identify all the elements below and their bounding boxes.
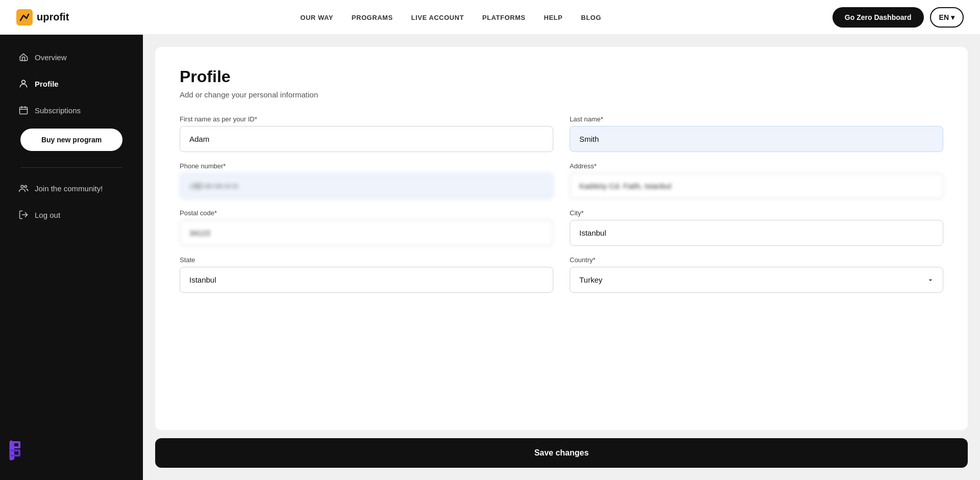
nav-programs[interactable]: PROGRAMS [352,14,393,21]
first-name-group: First name as per your ID* [180,115,553,152]
nav-live-account[interactable]: LIVE ACCOUNT [411,14,464,21]
save-changes-bar[interactable]: Save changes [155,438,968,468]
city-label: City* [570,209,943,217]
sidebar-item-subscriptions[interactable]: Subscriptions [10,98,133,122]
chevron-down-icon: ▾ [951,13,954,21]
sidebar-item-community[interactable]: Join the community! [10,176,133,200]
nav-blog[interactable]: BLOG [581,14,601,21]
sidebar-item-label: Log out [35,211,60,219]
state-label: State [180,256,553,264]
nav-help[interactable]: HELP [544,14,562,21]
sidebar-bottom-logo [0,433,143,470]
postal-code-group: Postal code* [180,209,553,246]
state-group: State [180,256,553,293]
page-title: Profile [180,67,943,86]
city-group: City* [570,209,943,246]
page-subtitle: Add or change your personal information [180,90,943,99]
sidebar-item-logout[interactable]: Log out [10,203,133,227]
logo-icon [16,9,33,26]
top-navigation: uprofit OUR WAY PROGRAMS LIVE ACCOUNT PL… [0,0,980,35]
group-icon [18,183,29,193]
last-name-group: Last name* [570,115,943,152]
state-input[interactable] [180,267,553,293]
brand-name: uprofit [37,11,69,23]
city-input[interactable] [570,220,943,246]
profile-form-container: Profile Add or change your personal info… [155,47,968,430]
svg-point-3 [21,185,23,188]
sidebar: Overview Profile Subscriptions Buy new p… [0,35,143,480]
last-name-input[interactable] [570,126,943,152]
svg-rect-2 [20,107,28,114]
svg-rect-0 [16,9,33,26]
postal-code-input[interactable] [180,220,553,246]
address-label: Address* [570,162,943,170]
first-name-label: First name as per your ID* [180,115,553,123]
phone-group: Phone number* [180,162,553,199]
phone-input[interactable] [180,173,553,199]
home-icon [18,52,29,62]
svg-point-4 [24,186,27,188]
logout-icon [18,210,29,220]
person-icon [18,79,29,89]
sidebar-item-label: Overview [35,53,67,62]
sidebar-item-overview[interactable]: Overview [10,45,133,69]
brand-logo[interactable]: uprofit [16,9,69,26]
country-group: Country* Turkey United States United Kin… [570,256,943,293]
last-name-label: Last name* [570,115,943,123]
save-changes-text: Save changes [534,448,589,458]
bottom-logo-icon [8,437,35,464]
address-group: Address* [570,162,943,199]
calendar-icon [18,105,29,115]
nav-right: Go Zero Dashboard EN ▾ [832,7,964,28]
country-label: Country* [570,256,943,264]
sidebar-item-label: Join the community! [35,184,103,193]
buy-new-program-button[interactable]: Buy new program [20,129,122,151]
nav-our-way[interactable]: OUR WAY [300,14,333,21]
profile-form: First name as per your ID* Last name* Ph… [180,115,943,293]
sidebar-divider [20,167,122,168]
go-zero-dashboard-button[interactable]: Go Zero Dashboard [832,7,924,28]
nav-platforms[interactable]: PLATFORMS [482,14,526,21]
sidebar-item-profile[interactable]: Profile [10,71,133,96]
postal-code-label: Postal code* [180,209,553,217]
main-layout: Overview Profile Subscriptions Buy new p… [0,35,980,480]
nav-links: OUR WAY PROGRAMS LIVE ACCOUNT PLATFORMS … [300,13,601,22]
sidebar-nav: Overview Profile Subscriptions Buy new p… [0,45,143,429]
sidebar-item-label: Profile [35,80,59,88]
content-area: Profile Add or change your personal info… [143,35,980,480]
country-select[interactable]: Turkey United States United Kingdom Germ… [570,267,943,293]
svg-point-1 [22,80,26,84]
language-selector[interactable]: EN ▾ [930,7,964,28]
address-input[interactable] [570,173,943,199]
phone-label: Phone number* [180,162,553,170]
first-name-input[interactable] [180,126,553,152]
sidebar-item-label: Subscriptions [35,106,81,115]
